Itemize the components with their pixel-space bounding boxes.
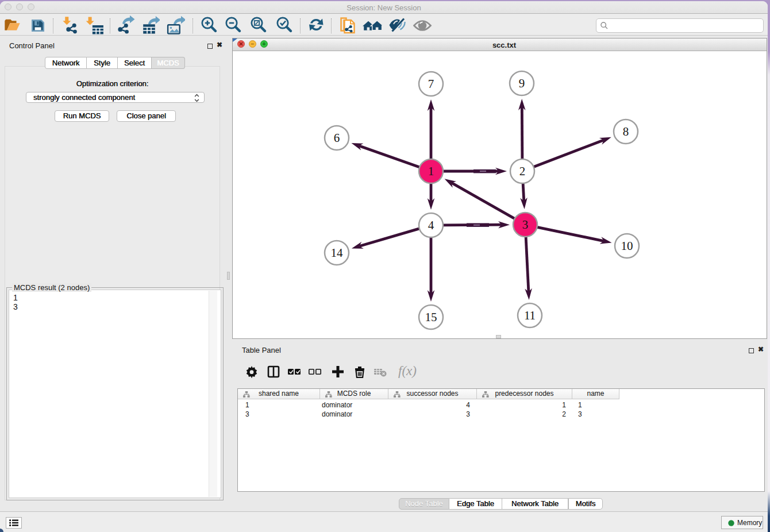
svg-text:4: 4 [428,218,434,232]
svg-text:1: 1 [428,164,434,178]
svg-text:9: 9 [519,76,525,90]
svg-text:15: 15 [425,310,437,324]
svg-text:7: 7 [428,77,434,91]
svg-text:2: 2 [519,164,526,178]
svg-text:10: 10 [621,239,633,253]
svg-text:11: 11 [524,309,536,322]
svg-text:3: 3 [522,218,529,232]
svg-text:6: 6 [334,131,340,145]
svg-text:8: 8 [623,125,629,138]
svg-text:14: 14 [331,246,344,260]
